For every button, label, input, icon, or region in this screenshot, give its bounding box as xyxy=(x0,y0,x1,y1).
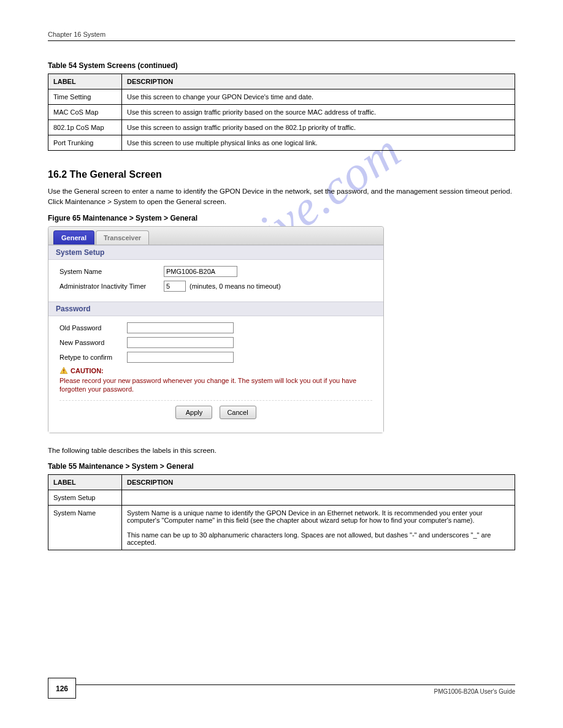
system-name-label: System Name xyxy=(59,268,164,275)
table-row: System Setup xyxy=(48,490,515,506)
inactivity-timer-input[interactable] xyxy=(164,281,186,292)
new-password-label: New Password xyxy=(59,339,127,346)
table-cell-desc xyxy=(122,490,515,506)
footer-right: PMG1006-B20A User's Guide xyxy=(434,688,515,695)
table1-caption: Table 54 System Screens (continued) xyxy=(48,61,515,70)
table-cell-label: Port Trunking xyxy=(48,135,122,151)
table-cell-desc: System Name is a unique name to identify… xyxy=(122,506,515,550)
system-name-input[interactable] xyxy=(164,266,237,277)
group-title-system-setup: System Setup xyxy=(48,245,383,260)
apply-button[interactable]: Apply xyxy=(175,406,212,419)
cancel-button[interactable]: Cancel xyxy=(220,406,256,419)
svg-rect-0 xyxy=(63,369,64,371)
app-panel: General Transceiver System Setup System … xyxy=(48,226,384,434)
table-cell-label: System Name xyxy=(48,506,122,550)
table2-hdr-desc: DESCRIPTION xyxy=(122,475,515,490)
footer-rule xyxy=(48,684,515,685)
table-row: MAC CoS Map Use this screen to assign tr… xyxy=(48,105,515,120)
tab-general[interactable]: General xyxy=(53,230,94,245)
section-text: Use the General screen to enter a name t… xyxy=(48,186,515,208)
figure-caption: Figure 65 Maintenance > System > General xyxy=(48,214,515,222)
group-title-password: Password xyxy=(48,301,383,316)
table2-hdr-label: LABEL xyxy=(48,475,122,490)
page-header-left: Chapter 16 System xyxy=(48,31,105,38)
table2-intro: The following table describes the labels… xyxy=(48,446,515,456)
caution-heading: CAUTION: xyxy=(59,366,372,375)
table-row: Port Trunking Use this screen to use mul… xyxy=(48,135,515,151)
table-row: Time Setting Use this screen to change y… xyxy=(48,89,515,105)
table-cell-label: MAC CoS Map xyxy=(48,105,122,120)
table-row: 802.1p CoS Map Use this screen to assign… xyxy=(48,120,515,135)
old-password-input[interactable] xyxy=(127,322,234,333)
table-cell-label: 802.1p CoS Map xyxy=(48,120,122,135)
inactivity-timer-hint: (minutes, 0 means no timeout) xyxy=(190,282,281,290)
table1-hdr-label: LABEL xyxy=(48,74,122,89)
table1: LABEL DESCRIPTION Time Setting Use this … xyxy=(48,74,515,151)
old-password-label: Old Password xyxy=(59,324,127,332)
table1-hdr-desc: DESCRIPTION xyxy=(122,74,515,89)
section-heading: 16.2 The General Screen xyxy=(48,169,515,180)
table-cell-desc: Use this screen to assign traffic priori… xyxy=(122,120,515,135)
retype-password-input[interactable] xyxy=(127,352,234,363)
warning-icon xyxy=(59,366,68,375)
table2-caption: Table 55 Maintenance > System > General xyxy=(48,462,515,471)
inactivity-timer-label: Administrator Inactivity Timer xyxy=(59,282,164,290)
caution-message: Please record your new password whenever… xyxy=(59,376,372,395)
table2: LABEL DESCRIPTION System Setup System Na… xyxy=(48,474,515,550)
table-cell-desc: Use this screen to assign traffic priori… xyxy=(122,105,515,120)
table-cell-label: System Setup xyxy=(48,490,122,506)
caution-label: CAUTION: xyxy=(71,367,104,374)
tab-bar: General Transceiver xyxy=(48,227,383,245)
table-cell-desc: Use this screen to use multiple physical… xyxy=(122,135,515,151)
page-header: Chapter 16 System xyxy=(48,31,515,41)
page-number: 126 xyxy=(48,678,76,699)
table-row: System Name System Name is a unique name… xyxy=(48,506,515,550)
table-cell-desc: Use this screen to change your GPON Devi… xyxy=(122,89,515,105)
tab-transceiver[interactable]: Transceiver xyxy=(96,230,149,245)
new-password-input[interactable] xyxy=(127,337,234,348)
svg-rect-1 xyxy=(63,372,64,373)
table-cell-label: Time Setting xyxy=(48,89,122,105)
retype-password-label: Retype to confirm xyxy=(59,354,127,361)
